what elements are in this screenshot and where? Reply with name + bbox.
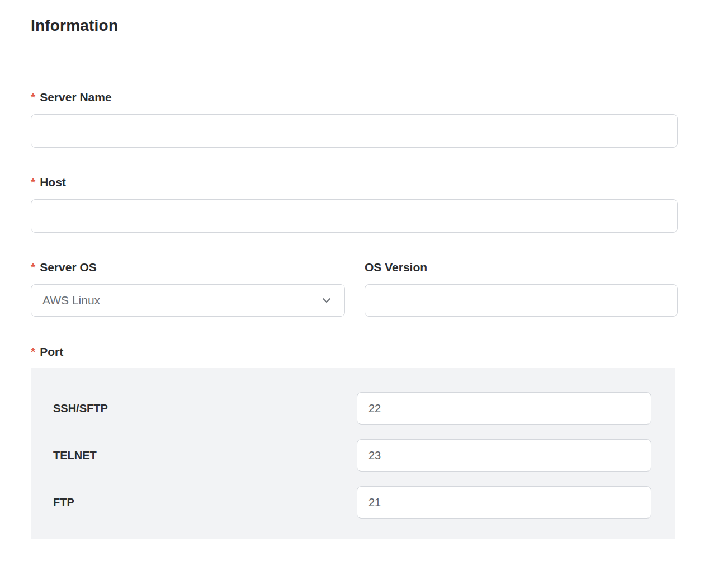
os-row: * Server OS AWS Linux OS Version	[31, 260, 678, 317]
os-version-field-group: OS Version	[365, 260, 678, 317]
host-field-group: * Host	[31, 175, 678, 233]
host-input[interactable]	[31, 199, 678, 233]
port-row-label: SSH/SFTP	[53, 402, 357, 415]
information-form: Information * Server Name * Host * Serve…	[0, 0, 728, 539]
telnet-port-input[interactable]	[357, 439, 651, 472]
server-name-label-text: Server Name	[40, 90, 111, 105]
server-name-label: * Server Name	[31, 90, 678, 105]
ssh-sftp-port-input[interactable]	[357, 392, 651, 425]
server-os-select[interactable]: AWS Linux	[31, 284, 345, 317]
port-label: * Port	[31, 345, 678, 359]
port-label-text: Port	[40, 345, 63, 359]
port-row-label: TELNET	[53, 449, 357, 462]
port-panel: SSH/SFTP TELNET FTP	[31, 368, 675, 539]
port-row-label: FTP	[53, 496, 357, 509]
server-name-input[interactable]	[31, 114, 678, 148]
server-os-field-group: * Server OS AWS Linux	[31, 260, 345, 317]
required-asterisk: *	[31, 260, 35, 275]
chevron-down-icon	[321, 295, 332, 306]
port-row-ssh-sftp: SSH/SFTP	[53, 392, 651, 425]
os-version-label: OS Version	[365, 260, 678, 275]
os-version-label-text: OS Version	[365, 260, 427, 275]
host-label: * Host	[31, 175, 678, 190]
required-asterisk: *	[31, 175, 35, 190]
required-asterisk: *	[31, 345, 35, 359]
os-version-input[interactable]	[365, 284, 678, 317]
server-name-field-group: * Server Name	[31, 90, 678, 148]
port-row-ftp: FTP	[53, 486, 651, 519]
required-asterisk: *	[31, 90, 35, 105]
port-field-group: * Port SSH/SFTP TELNET FTP	[31, 345, 678, 539]
server-os-label-text: Server OS	[40, 260, 97, 275]
ftp-port-input[interactable]	[357, 486, 651, 519]
server-os-selected-value: AWS Linux	[42, 294, 100, 307]
port-row-telnet: TELNET	[53, 439, 651, 472]
server-os-label: * Server OS	[31, 260, 345, 275]
page-title: Information	[31, 17, 678, 35]
host-label-text: Host	[40, 175, 66, 190]
